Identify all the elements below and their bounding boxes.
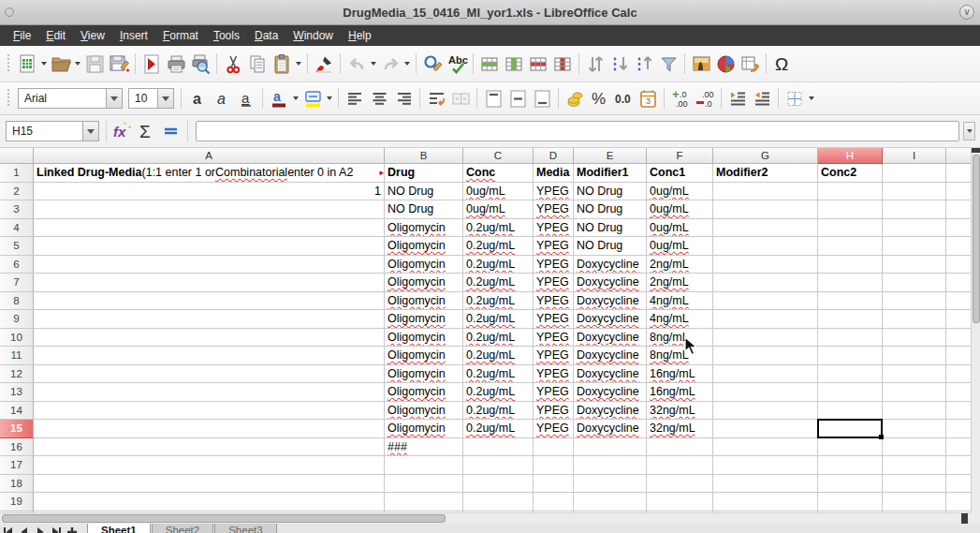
menu-insert[interactable]: Insert — [112, 27, 155, 44]
cell-I1[interactable] — [883, 164, 946, 183]
borders-icon[interactable] — [783, 86, 807, 111]
cell-J8[interactable] — [946, 292, 971, 311]
cell-H13[interactable] — [818, 383, 883, 402]
cell-E10[interactable]: Doxycycline — [574, 329, 647, 348]
row-header-7[interactable]: 7 — [0, 274, 34, 292]
number-format-icon[interactable]: 0.0 — [611, 86, 636, 111]
font-color-caret[interactable] — [291, 87, 300, 110]
save-icon[interactable] — [82, 52, 107, 76]
select-all-corner[interactable] — [0, 148, 34, 164]
cell-E13[interactable]: Doxycycline — [574, 383, 647, 402]
next-sheet-icon[interactable] — [32, 526, 48, 533]
cell-C17[interactable] — [463, 456, 534, 475]
new-document-icon[interactable] — [15, 52, 39, 76]
cell-I18[interactable] — [883, 475, 946, 494]
font-size-combo-dropdown[interactable] — [158, 88, 174, 109]
align-center-icon[interactable] — [367, 86, 391, 111]
align-bottom-icon[interactable] — [530, 86, 554, 111]
cell-H9[interactable] — [818, 310, 883, 329]
cell-C11[interactable]: 0.2ug/mL — [463, 347, 534, 365]
cell-J15[interactable] — [946, 420, 971, 438]
cell-J3[interactable] — [946, 200, 971, 219]
cell-A14[interactable] — [34, 402, 385, 421]
cell-D10[interactable]: YPEG — [534, 329, 574, 348]
row-header-5[interactable]: 5 — [0, 237, 34, 256]
date-format-icon[interactable]: 3 — [636, 86, 660, 111]
cell-J17[interactable] — [946, 456, 971, 475]
name-box[interactable]: H15 — [6, 121, 99, 141]
cell-H7[interactable] — [818, 274, 883, 292]
cell-J19[interactable] — [946, 493, 971, 511]
open-icon[interactable] — [49, 52, 73, 76]
row-header-9[interactable]: 9 — [0, 310, 34, 329]
cell-B12[interactable]: Oligomycin — [385, 365, 463, 384]
last-sheet-icon[interactable] — [48, 526, 64, 533]
cell-F4[interactable]: 0ug/mL — [647, 219, 713, 238]
cell-G6[interactable] — [713, 256, 818, 274]
cell-D4[interactable]: YPEG — [534, 219, 574, 238]
cell-D7[interactable]: YPEG — [534, 274, 574, 292]
cell-D18[interactable] — [534, 475, 574, 494]
cell-A15[interactable] — [34, 420, 385, 438]
insert-image-icon[interactable] — [689, 52, 713, 76]
font-size-combo[interactable]: 10 — [128, 88, 174, 109]
cell-F19[interactable] — [647, 493, 713, 511]
cell-B10[interactable]: Oligomycin — [385, 329, 463, 348]
row-header-4[interactable]: 4 — [0, 219, 34, 238]
insert-rows-icon[interactable] — [477, 52, 502, 76]
redo-icon[interactable] — [378, 52, 402, 76]
cell-G12[interactable] — [713, 365, 818, 384]
cell-F12[interactable]: 16ng/mL — [647, 365, 713, 384]
cell-G17[interactable] — [713, 456, 818, 475]
cell-C6[interactable]: 0.2ug/mL — [463, 256, 534, 274]
cell-A10[interactable] — [34, 329, 385, 348]
cell-F17[interactable] — [647, 456, 713, 475]
cell-D6[interactable]: YPEG — [534, 256, 574, 274]
cell-A8[interactable] — [34, 292, 385, 311]
cell-F15[interactable]: 32ng/mL — [647, 420, 713, 438]
sort-ascending-icon[interactable] — [607, 52, 632, 76]
cell-A9[interactable] — [34, 310, 385, 329]
cell-H5[interactable] — [818, 237, 883, 256]
align-right-icon[interactable] — [391, 86, 416, 111]
cell-J18[interactable] — [946, 475, 971, 494]
special-character-icon[interactable]: Ω — [770, 52, 795, 76]
add-sheet-icon[interactable] — [64, 526, 80, 533]
cell-D17[interactable] — [534, 456, 574, 475]
cell-B2[interactable]: NO Drug — [385, 183, 463, 201]
insert-columns-icon[interactable] — [502, 52, 526, 76]
paste-icon[interactable] — [270, 52, 294, 76]
cell-reference[interactable]: H15 — [6, 121, 83, 141]
highlight-color-caret[interactable] — [325, 87, 334, 110]
sum-icon[interactable]: Σ — [135, 119, 159, 143]
align-middle-icon[interactable] — [505, 86, 530, 111]
cell-J4[interactable] — [946, 219, 971, 238]
column-header-G[interactable]: G — [713, 148, 818, 164]
row-header-16[interactable]: 16 — [0, 438, 34, 457]
cell-E4[interactable]: NO Drug — [574, 219, 647, 238]
cell-F8[interactable]: 4ng/mL — [647, 292, 713, 311]
row-header-8[interactable]: 8 — [0, 292, 34, 311]
cell-F6[interactable]: 2ng/mL — [647, 256, 713, 274]
cell-D1[interactable]: Media — [534, 164, 574, 183]
cell-J16[interactable] — [946, 438, 971, 457]
expand-formula-bar-button[interactable] — [963, 122, 975, 141]
cell-D5[interactable]: YPEG — [534, 237, 574, 256]
cell-J14[interactable] — [946, 402, 971, 421]
row-header-19[interactable]: 19 — [0, 493, 34, 511]
cell-J11[interactable] — [946, 347, 971, 365]
cell-F3[interactable]: 0ug/mL — [647, 200, 713, 219]
font-name-combo-dropdown[interactable] — [107, 88, 123, 109]
cell-I13[interactable] — [883, 383, 946, 402]
cell-E12[interactable]: Doxycycline — [574, 365, 647, 384]
delete-columns-icon[interactable] — [550, 52, 575, 76]
percent-icon[interactable]: % — [587, 86, 611, 111]
cell-G5[interactable] — [713, 237, 818, 256]
cell-G16[interactable] — [713, 438, 818, 457]
cell-B15[interactable]: Oligomycin — [385, 420, 463, 438]
cell-E15[interactable]: Doxycycline — [574, 420, 647, 438]
sheet-tab-sheet3[interactable]: Sheet3 — [214, 524, 276, 533]
cell-I19[interactable] — [883, 493, 946, 511]
cell-H16[interactable] — [818, 438, 883, 457]
cell-A18[interactable] — [34, 475, 385, 494]
